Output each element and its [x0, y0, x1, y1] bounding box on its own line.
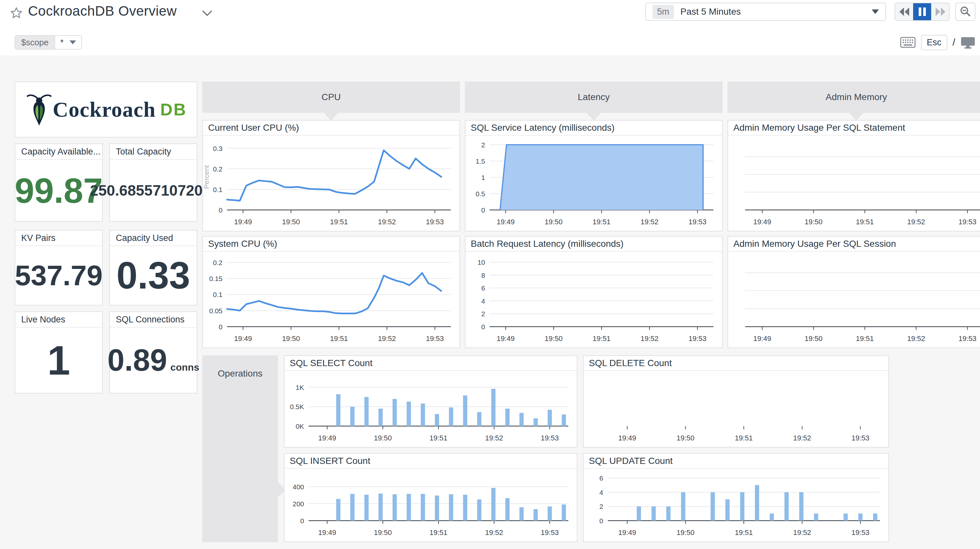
stat-card-sql-connections: SQL Connections 0.89conns: [109, 311, 197, 394]
svg-text:19:53: 19:53: [541, 434, 559, 442]
chart-title: System CPU (%): [203, 237, 459, 252]
chart-admin-mem-statement[interactable]: 19:4919:5019:5119:5219:53: [728, 136, 980, 231]
section-label: Admin Memory: [826, 92, 887, 102]
svg-text:19:53: 19:53: [426, 218, 444, 226]
chart-sql-select-count[interactable]: 0K0.5K1K19:4919:5019:5119:5219:53: [285, 371, 577, 447]
zoom-out-button[interactable]: [955, 3, 975, 21]
favorite-star-icon[interactable]: [9, 6, 24, 20]
title-bar: CockroachDB Overview 5m Past 5 Minutes: [0, 0, 980, 56]
chart-current-user-cpu[interactable]: 00.10.20.319:4919:5019:5119:5219:53Perce…: [203, 136, 459, 231]
scope-value-select[interactable]: *: [54, 36, 81, 49]
scope-caret-icon: [70, 40, 76, 44]
section-notch: [586, 112, 601, 121]
svg-text:0: 0: [481, 323, 485, 330]
svg-text:19:51: 19:51: [735, 434, 752, 442]
pause-button[interactable]: [913, 3, 931, 20]
chart-title: Current User CPU (%): [203, 121, 459, 136]
chart-title: Admin Memory Usage Per SQL Statement: [728, 121, 980, 136]
svg-text:19:49: 19:49: [234, 335, 252, 343]
shortcut-area: Esc /: [900, 34, 975, 51]
chart-card-sql-delete: SQL DELETE Count 19:4919:5019:5119:5219:…: [583, 355, 889, 447]
svg-text:1: 1: [481, 174, 485, 181]
chart-system-cpu[interactable]: 00.050.10.150.219:4919:5019:5119:5219:53: [203, 252, 459, 347]
section-notch: [323, 112, 339, 121]
chevron-down-icon[interactable]: [202, 9, 213, 17]
section-header-operations: Operations: [202, 355, 278, 542]
dashboard-canvas: Cockroach DB Capacity Available... 99.87…: [0, 56, 980, 549]
rewind-button[interactable]: [895, 3, 913, 20]
logo-wordmark: Cockroach: [53, 97, 156, 122]
stat-title: Live Nodes: [15, 312, 102, 328]
svg-text:19:49: 19:49: [753, 335, 771, 343]
svg-text:19:49: 19:49: [496, 335, 514, 343]
stat-value: 250.6855710720: [90, 182, 203, 199]
chart-sql-update-count[interactable]: 024619:4919:5019:5119:5219:53: [584, 469, 888, 541]
svg-text:19:50: 19:50: [282, 335, 300, 343]
chart-sql-delete-count[interactable]: 19:4919:5019:5119:5219:53: [584, 371, 888, 447]
svg-text:19:49: 19:49: [753, 218, 771, 226]
svg-text:0.15: 0.15: [209, 275, 223, 282]
chart-card-sql-service-latency: SQL Service Latency (milliseconds) 00.51…: [465, 120, 722, 232]
svg-text:19:52: 19:52: [907, 335, 925, 343]
scope-variable-name: $scope: [15, 36, 54, 49]
svg-text:19:52: 19:52: [485, 528, 503, 536]
svg-text:19:49: 19:49: [234, 218, 252, 226]
svg-text:0.1: 0.1: [213, 291, 223, 298]
page-title[interactable]: CockroachDB Overview: [28, 3, 177, 19]
svg-text:4: 4: [599, 489, 603, 496]
time-range-picker[interactable]: 5m Past 5 Minutes: [645, 3, 886, 21]
fast-forward-button[interactable]: [931, 3, 949, 20]
svg-text:19:52: 19:52: [640, 335, 658, 343]
dropdown-caret-icon: [872, 10, 879, 14]
svg-text:19:53: 19:53: [851, 434, 869, 442]
svg-text:0.2: 0.2: [213, 259, 223, 267]
svg-text:19:52: 19:52: [793, 528, 811, 536]
svg-text:19:50: 19:50: [544, 218, 562, 226]
stat-title: SQL Connections: [110, 312, 197, 328]
svg-text:19:50: 19:50: [374, 528, 392, 536]
chart-admin-mem-session[interactable]: 19:4919:5019:5119:5219:53: [728, 252, 980, 347]
svg-text:19:50: 19:50: [374, 434, 392, 442]
esc-key-button[interactable]: Esc: [921, 35, 947, 50]
svg-text:19:53: 19:53: [688, 335, 706, 343]
svg-text:0.2: 0.2: [213, 165, 223, 173]
chart-sql-service-latency[interactable]: 00.511.5219:4919:5019:5119:5219:53: [466, 136, 722, 231]
svg-text:10: 10: [477, 259, 485, 266]
stat-title: Capacity Used: [110, 230, 197, 246]
stat-title: Total Capacity: [110, 144, 197, 160]
svg-text:19:53: 19:53: [958, 335, 977, 343]
chart-card-batch-request-latency: Batch Request Latency (milliseconds) 024…: [465, 236, 722, 348]
svg-text:19:50: 19:50: [544, 335, 562, 343]
chart-title: Admin Memory Usage Per SQL Session: [728, 237, 980, 252]
svg-text:19:49: 19:49: [318, 434, 336, 442]
svg-text:19:53: 19:53: [426, 335, 444, 343]
template-variable-scope[interactable]: $scope *: [15, 35, 82, 49]
svg-text:19:51: 19:51: [330, 218, 348, 226]
chart-card-current-user-cpu: Current User CPU (%) 00.10.20.319:4919:5…: [202, 120, 460, 232]
chart-card-system-cpu: System CPU (%) 00.050.10.150.219:4919:50…: [202, 236, 460, 348]
svg-text:4: 4: [481, 297, 485, 305]
svg-text:19:51: 19:51: [430, 434, 447, 442]
svg-text:19:50: 19:50: [677, 434, 695, 442]
slash-separator: /: [953, 37, 955, 48]
svg-text:0.5: 0.5: [476, 190, 485, 198]
tv-screen-icon[interactable]: [961, 36, 975, 49]
chart-batch-request-latency[interactable]: 024681019:4919:5019:5119:5219:53: [466, 252, 722, 347]
svg-text:0: 0: [219, 206, 223, 214]
stat-value: 1: [47, 337, 70, 384]
svg-text:0: 0: [599, 517, 603, 525]
keyboard-icon[interactable]: [900, 37, 916, 48]
pause-icon: [918, 7, 926, 17]
chart-title: SQL UPDATE Count: [584, 454, 888, 469]
svg-text:19:51: 19:51: [856, 335, 873, 343]
fast-forward-icon: [935, 7, 946, 17]
svg-text:19:53: 19:53: [851, 528, 869, 536]
svg-text:0: 0: [219, 323, 223, 330]
svg-text:0.1: 0.1: [213, 186, 223, 193]
svg-text:2: 2: [481, 310, 485, 317]
svg-text:400: 400: [293, 483, 304, 491]
chart-sql-insert-count[interactable]: 020040019:4919:5019:5119:5219:53: [285, 469, 577, 541]
scope-value: *: [60, 38, 64, 48]
stat-value: 0.89: [107, 343, 167, 378]
svg-text:6: 6: [481, 284, 485, 292]
